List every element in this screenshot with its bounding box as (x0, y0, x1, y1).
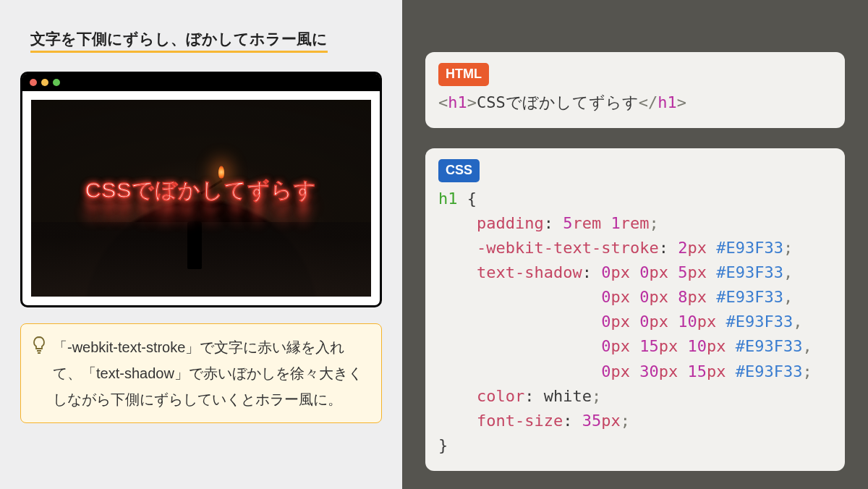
right-column: HTML <h1>CSSでぼかしてずらす</h1> CSS h1 { paddi… (402, 0, 868, 489)
page-title: 文字を下側にずらし、ぼかしてホラー風に (30, 29, 328, 53)
lightbulb-icon (31, 336, 47, 412)
code-panel-html: HTML <h1>CSSでぼかしてずらす</h1> (425, 52, 845, 128)
minimize-icon (41, 79, 48, 86)
code-html: <h1>CSSでぼかしてずらす</h1> (438, 90, 832, 115)
preview-scene: CSSでぼかしてずらす (31, 100, 371, 297)
silhouette (187, 221, 202, 269)
code-panel-css: CSS h1 { padding: 5rem 1rem; -webkit-tex… (425, 148, 845, 471)
browser-preview: CSSでぼかしてずらす (20, 72, 382, 307)
code-css: h1 { padding: 5rem 1rem; -webkit-text-st… (438, 187, 832, 458)
maximize-icon (53, 79, 60, 86)
tip-box: 「-webkit-text-stroke」で文字に赤い縁を入れて、「text-s… (20, 323, 382, 423)
close-icon (30, 79, 37, 86)
browser-titlebar (22, 74, 380, 91)
badge-css: CSS (438, 159, 480, 182)
tip-text: 「-webkit-text-stroke」で文字に赤い縁を入れて、「text-s… (53, 334, 370, 412)
glow-heading: CSSでぼかしてずらす (31, 176, 371, 205)
left-column: 文字を下側にずらし、ぼかしてホラー風に CSSでぼかしてずらす 「-webkit… (0, 0, 402, 489)
badge-html: HTML (438, 63, 489, 86)
browser-body: CSSでぼかしてずらす (22, 91, 380, 305)
